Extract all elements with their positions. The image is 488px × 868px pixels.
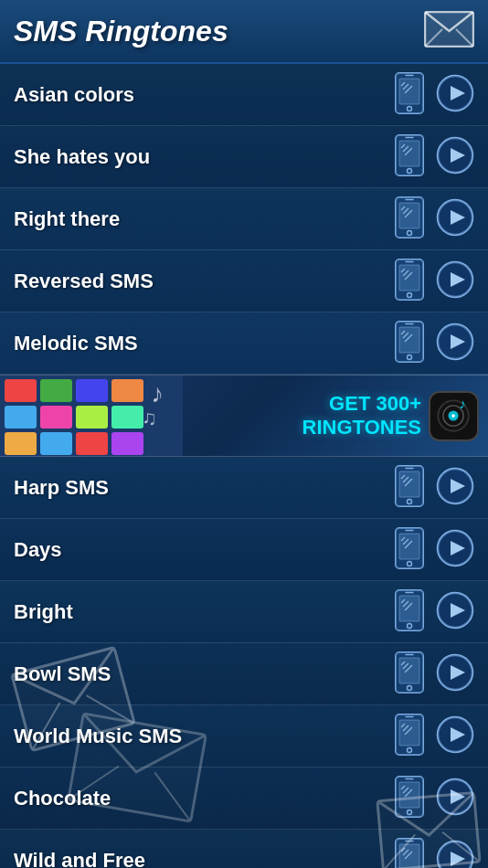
svg-rect-83 (399, 471, 419, 497)
play-button[interactable] (436, 74, 474, 116)
play-button[interactable] (436, 653, 474, 695)
header-envelope-icon (424, 11, 474, 52)
ringtone-controls (390, 588, 474, 636)
ringtone-item: She hates you (0, 126, 488, 188)
svg-rect-17 (399, 141, 419, 166)
ringtone-item: Reversed SMS (0, 250, 488, 312)
svg-rect-74 (0, 375, 183, 457)
ringtone-controls (390, 651, 474, 698)
ringtone-name: Chocolate (14, 787, 390, 810)
ringtone-controls (390, 775, 474, 822)
phone-icon[interactable] (390, 196, 429, 243)
app-header: SMS Ringtones (0, 0, 488, 64)
phone-icon[interactable] (390, 837, 429, 869)
phone-icon[interactable] (390, 588, 429, 636)
ringtone-controls (390, 526, 474, 574)
svg-rect-6 (399, 79, 419, 104)
ringtone-item: Wild and Free (0, 830, 488, 868)
phone-icon[interactable] (390, 133, 429, 181)
phone-icon[interactable] (390, 651, 429, 698)
phone-icon[interactable] (390, 775, 429, 822)
svg-rect-39 (399, 265, 419, 291)
play-button[interactable] (436, 778, 474, 820)
phone-icon[interactable] (390, 258, 429, 305)
svg-rect-105 (399, 596, 419, 621)
ringtone-name: Melodic SMS (14, 332, 390, 355)
ad-banner[interactable]: ♪ ♫ GET 300+ RIN (0, 375, 488, 457)
ringtone-controls (390, 320, 474, 367)
ringtone-item: Bowl SMS (0, 643, 488, 705)
ringtone-item: Days (0, 519, 488, 581)
play-button[interactable] (436, 591, 474, 633)
ringtone-name: Right there (14, 207, 390, 231)
svg-point-79 (451, 414, 455, 418)
svg-text:♪: ♪ (460, 396, 466, 410)
ringtone-controls (390, 133, 474, 181)
play-button[interactable] (436, 198, 474, 240)
ad-text: GET 300+ RINGTONES (302, 392, 421, 440)
play-button[interactable] (436, 323, 474, 365)
svg-rect-138 (399, 782, 419, 808)
ringtone-name: Asian colors (14, 83, 390, 107)
ringtone-item: Harp SMS (0, 457, 488, 519)
phone-icon[interactable] (390, 526, 429, 574)
ringtone-item: Bright (0, 581, 488, 643)
ringtone-name: Bowl SMS (14, 662, 390, 686)
ringtone-controls (390, 464, 474, 512)
ringtone-controls (390, 258, 474, 305)
svg-rect-94 (399, 534, 419, 559)
ringtone-name: Days (14, 538, 390, 562)
play-button[interactable] (436, 260, 474, 302)
play-button[interactable] (436, 467, 474, 509)
ringtone-item: World Music SMS (0, 705, 488, 767)
ringtone-name: Wild and Free (14, 849, 390, 869)
app-title: SMS Ringtones (14, 15, 228, 48)
svg-rect-28 (399, 203, 419, 228)
ringtone-list: Asian colors She hates you (0, 64, 488, 868)
ringtone-name: Harp SMS (14, 476, 390, 500)
ad-right: GET 300+ RINGTONES ♪ (183, 391, 488, 441)
phone-icon[interactable] (390, 320, 429, 367)
svg-rect-127 (399, 720, 419, 746)
phone-icon[interactable] (390, 71, 429, 119)
phone-icon[interactable] (390, 713, 429, 760)
svg-rect-149 (399, 844, 419, 869)
ringtone-item: Chocolate (0, 767, 488, 830)
ringtone-controls (390, 837, 474, 869)
play-button[interactable] (436, 715, 474, 757)
ringtone-name: Reversed SMS (14, 270, 390, 293)
play-button[interactable] (436, 529, 474, 571)
ad-app-icon[interactable]: ♪ (429, 391, 479, 441)
svg-rect-116 (399, 658, 419, 683)
phone-icon[interactable] (390, 464, 429, 512)
ringtone-controls (390, 71, 474, 119)
ringtone-item: Melodic SMS (0, 312, 488, 375)
play-button[interactable] (436, 136, 474, 178)
ringtone-name: Bright (14, 600, 390, 624)
ringtone-name: World Music SMS (14, 725, 390, 748)
ad-left-visual: ♪ ♫ (0, 375, 183, 457)
ringtone-item: Asian colors (0, 64, 488, 126)
ringtone-controls (390, 713, 474, 760)
ringtone-name: She hates you (14, 145, 390, 169)
ringtone-controls (390, 196, 474, 243)
play-button[interactable] (436, 840, 474, 869)
ringtone-item: Right there (0, 188, 488, 250)
svg-rect-50 (399, 327, 419, 353)
